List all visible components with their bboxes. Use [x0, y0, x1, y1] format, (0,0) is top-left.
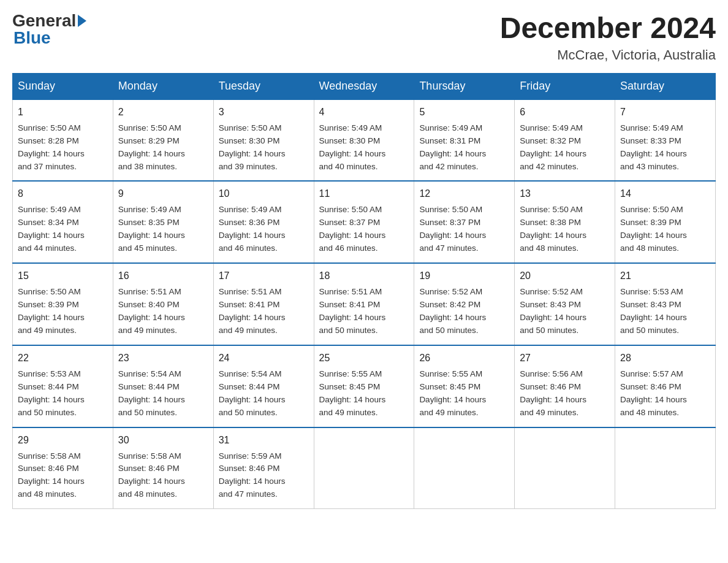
calendar-header-row: SundayMondayTuesdayWednesdayThursdayFrid… — [13, 73, 716, 99]
day-info: Sunrise: 5:51 AMSunset: 8:40 PMDaylight:… — [118, 286, 208, 337]
calendar-cell: 5Sunrise: 5:49 AMSunset: 8:31 PMDaylight… — [414, 99, 515, 182]
day-info: Sunrise: 5:50 AMSunset: 8:38 PMDaylight:… — [520, 204, 610, 255]
day-number: 12 — [419, 186, 509, 201]
day-info: Sunrise: 5:53 AMSunset: 8:43 PMDaylight:… — [620, 286, 710, 337]
calendar-cell — [314, 427, 414, 509]
calendar-cell: 30Sunrise: 5:58 AMSunset: 8:46 PMDayligh… — [113, 427, 213, 509]
day-number: 26 — [419, 351, 509, 366]
day-number: 29 — [18, 433, 108, 448]
day-info: Sunrise: 5:55 AMSunset: 8:45 PMDaylight:… — [319, 368, 409, 419]
calendar-week-row: 1Sunrise: 5:50 AMSunset: 8:28 PMDaylight… — [13, 99, 716, 182]
day-number: 30 — [118, 433, 208, 448]
day-info: Sunrise: 5:53 AMSunset: 8:44 PMDaylight:… — [18, 368, 108, 419]
calendar-cell: 16Sunrise: 5:51 AMSunset: 8:40 PMDayligh… — [113, 263, 213, 345]
calendar-cell: 22Sunrise: 5:53 AMSunset: 8:44 PMDayligh… — [13, 345, 113, 427]
calendar-cell: 9Sunrise: 5:49 AMSunset: 8:35 PMDaylight… — [113, 181, 213, 263]
calendar-cell: 26Sunrise: 5:55 AMSunset: 8:45 PMDayligh… — [414, 345, 515, 427]
day-number: 9 — [118, 186, 208, 201]
day-info: Sunrise: 5:54 AMSunset: 8:44 PMDaylight:… — [219, 368, 309, 419]
day-info: Sunrise: 5:50 AMSunset: 8:37 PMDaylight:… — [319, 204, 409, 255]
day-info: Sunrise: 5:50 AMSunset: 8:39 PMDaylight:… — [18, 286, 108, 337]
location-subtitle: McCrae, Victoria, Australia — [500, 47, 716, 63]
calendar-cell: 3Sunrise: 5:50 AMSunset: 8:30 PMDaylight… — [213, 99, 314, 182]
calendar-cell: 15Sunrise: 5:50 AMSunset: 8:39 PMDayligh… — [13, 263, 113, 345]
day-number: 16 — [118, 269, 208, 283]
day-number: 18 — [319, 269, 409, 283]
calendar-week-row: 22Sunrise: 5:53 AMSunset: 8:44 PMDayligh… — [13, 345, 716, 427]
day-info: Sunrise: 5:50 AMSunset: 8:28 PMDaylight:… — [18, 122, 108, 174]
logo-blue-text: Blue — [13, 28, 51, 47]
weekday-header-friday: Friday — [515, 73, 615, 99]
calendar-cell: 4Sunrise: 5:49 AMSunset: 8:30 PMDaylight… — [314, 99, 414, 182]
day-number: 7 — [620, 105, 710, 120]
calendar-cell: 21Sunrise: 5:53 AMSunset: 8:43 PMDayligh… — [615, 263, 716, 345]
day-number: 20 — [520, 269, 610, 283]
calendar-week-row: 15Sunrise: 5:50 AMSunset: 8:39 PMDayligh… — [13, 263, 716, 345]
logo-general-text: General — [12, 12, 76, 29]
calendar-week-row: 8Sunrise: 5:49 AMSunset: 8:34 PMDaylight… — [13, 181, 716, 263]
day-number: 8 — [18, 186, 108, 201]
month-title: December 2024 — [500, 12, 716, 45]
weekday-header-tuesday: Tuesday — [213, 73, 314, 99]
day-info: Sunrise: 5:52 AMSunset: 8:43 PMDaylight:… — [520, 286, 610, 337]
calendar-cell — [515, 427, 615, 509]
day-info: Sunrise: 5:49 AMSunset: 8:31 PMDaylight:… — [419, 122, 509, 174]
weekday-header-sunday: Sunday — [13, 73, 113, 99]
day-info: Sunrise: 5:49 AMSunset: 8:36 PMDaylight:… — [219, 204, 309, 255]
calendar-cell: 19Sunrise: 5:52 AMSunset: 8:42 PMDayligh… — [414, 263, 515, 345]
title-section: December 2024 McCrae, Victoria, Australi… — [500, 12, 716, 63]
logo-arrow-icon — [78, 15, 86, 27]
calendar-cell: 6Sunrise: 5:49 AMSunset: 8:32 PMDaylight… — [515, 99, 615, 182]
day-number: 25 — [319, 351, 409, 366]
day-info: Sunrise: 5:57 AMSunset: 8:46 PMDaylight:… — [620, 368, 710, 419]
calendar-cell: 28Sunrise: 5:57 AMSunset: 8:46 PMDayligh… — [615, 345, 716, 427]
weekday-header-saturday: Saturday — [615, 73, 716, 99]
day-info: Sunrise: 5:51 AMSunset: 8:41 PMDaylight:… — [319, 286, 409, 337]
logo: General Blue — [12, 12, 88, 48]
calendar-cell: 14Sunrise: 5:50 AMSunset: 8:39 PMDayligh… — [615, 181, 716, 263]
day-info: Sunrise: 5:50 AMSunset: 8:29 PMDaylight:… — [118, 122, 208, 174]
calendar-cell: 2Sunrise: 5:50 AMSunset: 8:29 PMDaylight… — [113, 99, 213, 182]
day-info: Sunrise: 5:49 AMSunset: 8:30 PMDaylight:… — [319, 122, 409, 174]
day-info: Sunrise: 5:49 AMSunset: 8:34 PMDaylight:… — [18, 204, 108, 255]
calendar-cell: 11Sunrise: 5:50 AMSunset: 8:37 PMDayligh… — [314, 181, 414, 263]
day-number: 11 — [319, 186, 409, 201]
day-info: Sunrise: 5:50 AMSunset: 8:39 PMDaylight:… — [620, 204, 710, 255]
day-number: 24 — [219, 351, 309, 366]
day-info: Sunrise: 5:56 AMSunset: 8:46 PMDaylight:… — [520, 368, 610, 419]
day-number: 4 — [319, 105, 409, 120]
calendar-table: SundayMondayTuesdayWednesdayThursdayFrid… — [12, 73, 716, 509]
page-header: General Blue December 2024 McCrae, Victo… — [12, 12, 716, 63]
weekday-header-wednesday: Wednesday — [314, 73, 414, 99]
day-info: Sunrise: 5:55 AMSunset: 8:45 PMDaylight:… — [419, 368, 509, 419]
day-info: Sunrise: 5:51 AMSunset: 8:41 PMDaylight:… — [219, 286, 309, 337]
day-info: Sunrise: 5:58 AMSunset: 8:46 PMDaylight:… — [118, 450, 208, 502]
day-number: 10 — [219, 186, 309, 201]
day-number: 2 — [118, 105, 208, 120]
day-number: 14 — [620, 186, 710, 201]
day-number: 15 — [18, 269, 108, 283]
day-info: Sunrise: 5:50 AMSunset: 8:37 PMDaylight:… — [419, 204, 509, 255]
calendar-cell: 7Sunrise: 5:49 AMSunset: 8:33 PMDaylight… — [615, 99, 716, 182]
day-info: Sunrise: 5:50 AMSunset: 8:30 PMDaylight:… — [219, 122, 309, 174]
calendar-cell: 24Sunrise: 5:54 AMSunset: 8:44 PMDayligh… — [213, 345, 314, 427]
calendar-cell: 20Sunrise: 5:52 AMSunset: 8:43 PMDayligh… — [515, 263, 615, 345]
day-info: Sunrise: 5:54 AMSunset: 8:44 PMDaylight:… — [118, 368, 208, 419]
day-number: 31 — [219, 433, 309, 448]
calendar-cell: 27Sunrise: 5:56 AMSunset: 8:46 PMDayligh… — [515, 345, 615, 427]
day-info: Sunrise: 5:49 AMSunset: 8:35 PMDaylight:… — [118, 204, 208, 255]
calendar-cell: 29Sunrise: 5:58 AMSunset: 8:46 PMDayligh… — [13, 427, 113, 509]
calendar-cell: 23Sunrise: 5:54 AMSunset: 8:44 PMDayligh… — [113, 345, 213, 427]
calendar-week-row: 29Sunrise: 5:58 AMSunset: 8:46 PMDayligh… — [13, 427, 716, 509]
day-number: 17 — [219, 269, 309, 283]
day-number: 6 — [520, 105, 610, 120]
day-number: 27 — [520, 351, 610, 366]
day-number: 5 — [419, 105, 509, 120]
day-number: 28 — [620, 351, 710, 366]
day-number: 23 — [118, 351, 208, 366]
day-info: Sunrise: 5:58 AMSunset: 8:46 PMDaylight:… — [18, 450, 108, 502]
calendar-cell: 10Sunrise: 5:49 AMSunset: 8:36 PMDayligh… — [213, 181, 314, 263]
calendar-cell: 1Sunrise: 5:50 AMSunset: 8:28 PMDaylight… — [13, 99, 113, 182]
calendar-cell — [414, 427, 515, 509]
day-info: Sunrise: 5:49 AMSunset: 8:33 PMDaylight:… — [620, 122, 710, 174]
